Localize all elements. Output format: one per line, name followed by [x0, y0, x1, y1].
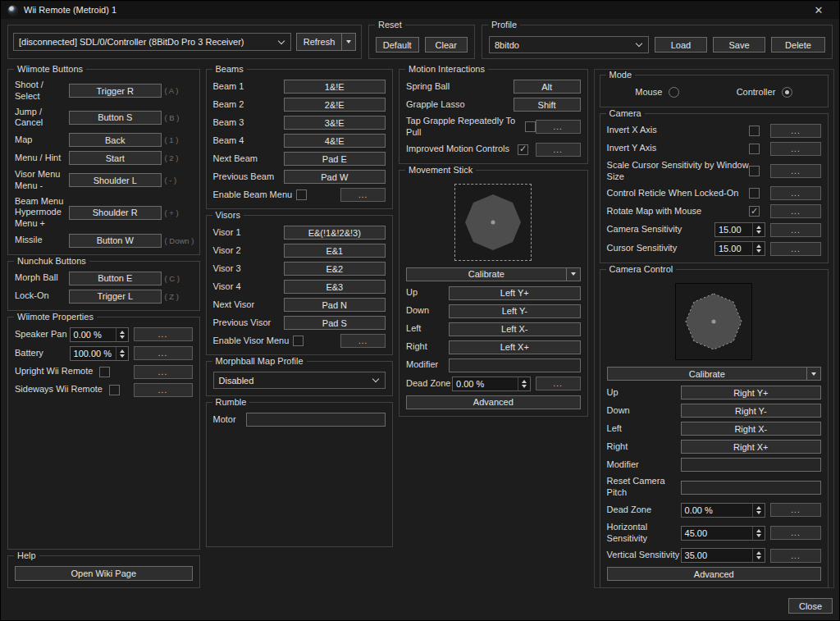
next-visor-button[interactable]: Pad N: [284, 298, 386, 312]
mapping-button-menu[interactable]: Start: [69, 151, 162, 165]
enable-visor-menu-checkbox[interactable]: [293, 336, 304, 346]
mapping-button-lock-on[interactable]: Trigger L: [69, 290, 162, 304]
load-button[interactable]: Load: [655, 37, 707, 53]
refresh-dropdown-button[interactable]: [342, 33, 356, 51]
camera-calibrate-dropdown-button[interactable]: [807, 367, 821, 381]
spinner-arrows-icon[interactable]: [752, 527, 765, 540]
visor1-button[interactable]: E&(!1&!2&!3): [284, 226, 386, 240]
stick-right-button[interactable]: Left X+: [449, 340, 581, 354]
battery-spinbox[interactable]: 100.00 %: [70, 346, 129, 361]
camera-up-button[interactable]: Right Y+: [681, 386, 821, 400]
motor-mapping-button[interactable]: [246, 413, 386, 427]
tap-grapple-options-button[interactable]: ...: [536, 120, 581, 134]
enable-beam-menu-checkbox[interactable]: [296, 189, 307, 200]
mapping-button-beam-menu[interactable]: Shoulder R: [69, 206, 162, 220]
sideways-checkbox[interactable]: [109, 385, 120, 395]
morphball-map-profile-combobox[interactable]: Disabled: [213, 372, 386, 389]
clear-button[interactable]: Clear: [425, 37, 468, 53]
tap-grapple-checkbox[interactable]: [525, 121, 536, 132]
invert-x-options-button[interactable]: ...: [770, 124, 821, 138]
stick-down-button[interactable]: Left Y-: [449, 304, 581, 318]
stick-up-button[interactable]: Left Y+: [449, 286, 581, 300]
stick-advanced-button[interactable]: Advanced: [406, 395, 581, 409]
mapping-button-missile[interactable]: Button W: [69, 234, 162, 248]
mapping-button-morph-ball[interactable]: Button E: [69, 272, 162, 285]
visor-menu-options-button[interactable]: ...: [340, 334, 386, 348]
mode-option-mouse[interactable]: Mouse: [635, 87, 679, 98]
camera-advanced-button[interactable]: Advanced: [607, 567, 821, 581]
horizontal-sensitivity-options-button[interactable]: ...: [770, 526, 821, 540]
mapping-button-jump[interactable]: Button S: [69, 111, 162, 125]
spinner-arrows-icon[interactable]: [116, 328, 128, 341]
mapping-button-shoot[interactable]: Trigger R: [69, 84, 162, 98]
camera-sensitivity-spinbox[interactable]: 15.00: [714, 222, 765, 237]
cursor-sensitivity-spinbox[interactable]: 15.00: [714, 241, 765, 256]
camera-calibrate-button[interactable]: Calibrate: [607, 367, 807, 381]
spinner-arrows-icon[interactable]: [752, 504, 765, 517]
upright-options-button[interactable]: ...: [134, 365, 193, 379]
reset-camera-pitch-button[interactable]: [681, 481, 821, 495]
spinner-arrows-icon[interactable]: [752, 549, 765, 562]
spinner-arrows-icon[interactable]: [752, 242, 765, 255]
vertical-sensitivity-options-button[interactable]: ...: [770, 549, 821, 563]
control-reticle-options-button[interactable]: ...: [770, 186, 821, 200]
spinner-arrows-icon[interactable]: [518, 377, 530, 390]
spinner-arrows-icon[interactable]: [752, 223, 765, 236]
beam4-button[interactable]: 4&!E: [284, 134, 386, 148]
close-button[interactable]: Close: [788, 598, 833, 614]
visor2-button[interactable]: E&1: [284, 244, 386, 258]
spinner-arrows-icon[interactable]: [116, 347, 128, 360]
rotate-map-checkbox[interactable]: [749, 206, 760, 217]
refresh-button[interactable]: Refresh: [296, 33, 342, 51]
sideways-options-button[interactable]: ...: [134, 383, 193, 397]
beam1-button[interactable]: 1&!E: [284, 80, 386, 94]
mapping-button-map[interactable]: Back: [69, 133, 162, 147]
rotate-map-options-button[interactable]: ...: [770, 204, 821, 218]
stick-dead-zone-options-button[interactable]: ...: [536, 377, 581, 390]
save-button[interactable]: Save: [713, 37, 765, 53]
calibrate-button[interactable]: Calibrate: [406, 267, 567, 281]
stick-dead-zone-spinbox[interactable]: 0.00 %: [452, 377, 531, 391]
controller-radio[interactable]: [782, 87, 792, 98]
speaker-pan-options-button[interactable]: ...: [134, 327, 193, 341]
mouse-radio[interactable]: [669, 87, 679, 98]
visor4-button[interactable]: E&3: [284, 280, 386, 294]
calibrate-dropdown-button[interactable]: [567, 267, 581, 281]
spring-ball-button[interactable]: Alt: [514, 80, 581, 94]
stick-left-button[interactable]: Left X-: [449, 322, 581, 336]
invert-x-checkbox[interactable]: [749, 126, 760, 136]
battery-options-button[interactable]: ...: [134, 346, 193, 360]
default-button[interactable]: Default: [376, 37, 419, 53]
speaker-pan-spinbox[interactable]: 0.00 %: [70, 327, 129, 342]
mode-option-controller[interactable]: Controller: [737, 87, 793, 98]
previous-visor-button[interactable]: Pad S: [284, 316, 386, 330]
horizontal-sensitivity-spinbox[interactable]: 45.00: [681, 526, 765, 541]
cursor-sensitivity-options-button[interactable]: ...: [770, 242, 821, 256]
window-close-icon[interactable]: ✕: [805, 4, 833, 16]
device-combobox[interactable]: [disconnected] SDL/0/Controller (8BitDo …: [13, 33, 291, 51]
improved-motion-options-button[interactable]: ...: [536, 143, 581, 157]
camera-left-button[interactable]: Right X-: [681, 422, 821, 436]
delete-button[interactable]: Delete: [771, 37, 825, 53]
upright-checkbox[interactable]: [99, 367, 110, 377]
next-beam-button[interactable]: Pad E: [284, 152, 386, 166]
invert-y-checkbox[interactable]: [749, 144, 760, 154]
scale-cursor-options-button[interactable]: ...: [770, 164, 821, 178]
cc-dead-zone-options-button[interactable]: ...: [770, 503, 821, 517]
beam2-button[interactable]: 2&!E: [284, 98, 386, 112]
camera-modifier-button[interactable]: [681, 458, 821, 472]
beam3-button[interactable]: 3&!E: [284, 116, 386, 130]
mapping-button-visor-menu[interactable]: Shoulder L: [69, 173, 162, 187]
control-reticle-checkbox[interactable]: [749, 188, 760, 199]
camera-down-button[interactable]: Right Y-: [681, 404, 821, 418]
camera-sensitivity-options-button[interactable]: ...: [770, 223, 821, 237]
previous-beam-button[interactable]: Pad W: [284, 170, 386, 184]
invert-y-options-button[interactable]: ...: [770, 142, 821, 156]
grapple-lasso-button[interactable]: Shift: [514, 98, 581, 112]
visor3-button[interactable]: E&2: [284, 262, 386, 276]
stick-modifier-button[interactable]: [449, 358, 581, 372]
open-wiki-page-button[interactable]: Open Wiki Page: [15, 566, 193, 581]
beam-menu-options-button[interactable]: ...: [340, 188, 386, 202]
cc-dead-zone-spinbox[interactable]: 0.00 %: [681, 503, 765, 518]
profile-combobox[interactable]: 8bitdo: [489, 36, 649, 53]
